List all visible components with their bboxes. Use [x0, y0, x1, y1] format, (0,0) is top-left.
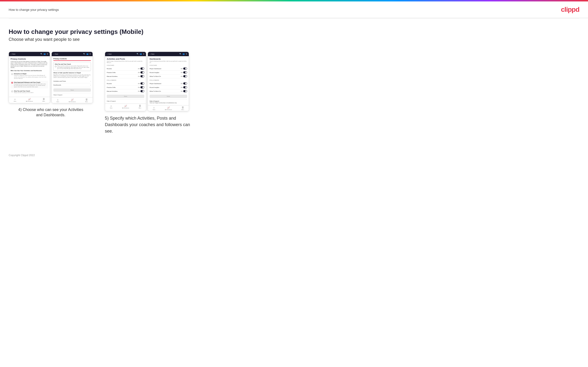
- card-radio[interactable]: [55, 66, 57, 67]
- screen2-tab: Privacy Controls: [53, 58, 91, 61]
- radio-1[interactable]: [11, 73, 13, 75]
- coaches-header-4: COACHES: [150, 65, 187, 66]
- settings-icon[interactable]: ⚙: [47, 53, 48, 55]
- toggle-coaches-manual[interactable]: [140, 75, 144, 77]
- nav-performance-3[interactable]: 📈 My Performance: [122, 105, 129, 108]
- menu-icon-4: ☰: [182, 106, 184, 109]
- search-icon-3[interactable]: 🔍: [137, 53, 139, 55]
- nav-menu-1[interactable]: ☰ Menu: [43, 98, 45, 102]
- chart-icon-3: 📈: [124, 105, 127, 107]
- screen4-nav-icons: 🔍 👥 ⚙: [179, 53, 187, 55]
- screen2-body: Privacy Controls Only You and Your Coach…: [52, 56, 93, 97]
- caption-left: 4) Choose who can see your Activities an…: [15, 107, 87, 118]
- followers-rounds-3: Rounds ON: [107, 82, 144, 85]
- nav-home-2[interactable]: ⌂ Home: [57, 99, 59, 102]
- home-icon-4: ⌂: [153, 106, 155, 109]
- breadcrumb: How to change your privacy settings: [9, 8, 59, 11]
- menu-activities[interactable]: Activities and Posts ›: [53, 80, 91, 83]
- chevron-right-2: ›: [90, 84, 91, 86]
- save-btn-4[interactable]: Save: [150, 95, 187, 98]
- search-icon-4[interactable]: 🔍: [179, 53, 182, 55]
- chart-icon-2: 📈: [71, 99, 74, 101]
- screen4-back[interactable]: ‹ < Back: [150, 53, 154, 55]
- people-icon-4[interactable]: 👥: [182, 53, 185, 55]
- settings-icon-2[interactable]: ⚙: [89, 53, 91, 55]
- help-section-3: Help & Support: [107, 99, 144, 102]
- people-icon-3[interactable]: 👥: [140, 53, 142, 55]
- screen4-body: Dashboards Select the dashboards that yo…: [148, 56, 189, 105]
- screen3-bottom-nav: ⌂ Home 📈 My Performance ☰ Menu: [105, 103, 146, 109]
- toggle-followers-player-dash[interactable]: [183, 82, 187, 84]
- settings-icon-3[interactable]: ⚙: [143, 53, 144, 55]
- toggle-coaches-drills[interactable]: [140, 71, 144, 74]
- header: How to change your privacy settings clip…: [0, 1, 588, 18]
- screenshots-section: ‹ < Back 🔍 👥 ⚙ Privacy Controls Control …: [9, 52, 579, 134]
- coaches-round-insights: Round Insights ON: [150, 71, 187, 75]
- toggle-coaches-round-insights[interactable]: [183, 71, 187, 74]
- toggle-followers-round-insights[interactable]: [183, 86, 187, 88]
- people-icon[interactable]: 👥: [43, 53, 46, 55]
- card-title: Only You and Your Coach: [55, 63, 89, 65]
- nav-performance-1[interactable]: 📈 My Performance: [26, 98, 33, 102]
- screen3-desc: Select the types of activity that you'd …: [107, 60, 144, 63]
- nav-performance-2[interactable]: 📈 My Performance: [69, 99, 76, 102]
- screen2-back[interactable]: ‹ < Back: [53, 53, 58, 55]
- card-desc: Only you and the coaches you connect wit…: [57, 65, 89, 69]
- toggle-followers-what-to-work[interactable]: [183, 90, 187, 92]
- radio-3[interactable]: [11, 91, 13, 92]
- screen2-bottom-nav: ⌂ Home 📈 My Performance ☰ Menu: [52, 97, 93, 103]
- followers-round-insights: Round Insights ON: [150, 85, 187, 89]
- radio-option-3[interactable]: Only You and Your Coach Only you and the…: [11, 90, 48, 94]
- page-title: How to change your privacy settings (Mob…: [9, 28, 579, 35]
- chart-icon: 📈: [28, 98, 31, 100]
- coaches-player-dash: Player Dashboard ON: [150, 67, 187, 71]
- main-content: How to change your privacy settings (Mob…: [0, 18, 588, 149]
- nav-home-3[interactable]: ⌂ Home: [110, 105, 112, 108]
- nav-menu-4[interactable]: ☰ Menu: [182, 106, 184, 110]
- screen1-bottom-nav: ⌂ Home 📈 My Performance ☰ Menu: [9, 97, 50, 103]
- chevron-right-1: ›: [90, 80, 91, 82]
- coaches-rounds-3: Rounds ON: [107, 67, 144, 71]
- screen4-bottom-nav: ⌂ Home 📈 My Performance ☰ Menu: [148, 105, 189, 111]
- toggle-followers-drills[interactable]: [140, 86, 144, 88]
- nav-menu-3[interactable]: ☰ Menu: [139, 105, 141, 108]
- save-btn-2[interactable]: Save: [53, 88, 91, 92]
- screen2-nav-icons: 🔍 👥 ⚙: [83, 53, 91, 55]
- toggle-coaches-player-dash[interactable]: [183, 67, 187, 70]
- left-pair: ‹ < Back 🔍 👥 ⚙ Privacy Controls Control …: [9, 52, 93, 118]
- radio-3-label: Only You and Your Coach: [14, 90, 34, 92]
- screen3-navbar: ‹ < Back 🔍 👥 ⚙: [105, 52, 146, 56]
- toggle-followers-manual[interactable]: [140, 90, 144, 92]
- page-subtitle: Choose what you want people to see: [9, 37, 579, 42]
- screen3-title: Activities and Posts: [107, 58, 144, 60]
- screen4-title: Dashboards: [150, 58, 187, 60]
- nav-home-1[interactable]: ⌂ Home: [14, 98, 16, 102]
- toggle-coaches-what-to-work[interactable]: [183, 75, 187, 77]
- screen3-back[interactable]: ‹ < Back: [107, 53, 112, 55]
- people-icon-2[interactable]: 👥: [86, 53, 88, 55]
- search-icon-2[interactable]: 🔍: [83, 53, 85, 55]
- radio-1-desc: Everyone on Clippd can search for you an…: [14, 75, 46, 79]
- right-pair: ‹ < Back 🔍 👥 ⚙ Activities and Posts Sele…: [105, 52, 191, 134]
- radio-option-2[interactable]: Only Approved Followers and Your Coach O…: [11, 81, 48, 88]
- screen1-back[interactable]: ‹ < Back: [11, 53, 15, 55]
- nav-performance-4[interactable]: 📈 My Performance: [165, 106, 172, 110]
- toggle-followers-rounds[interactable]: [140, 82, 144, 84]
- radio-2[interactable]: [11, 82, 13, 83]
- menu-icon: ☰: [43, 98, 45, 100]
- nav-menu-2[interactable]: ☰ Menu: [85, 99, 88, 102]
- screen4-navbar: ‹ < Back 🔍 👥 ⚙: [148, 52, 189, 56]
- coaches-manual-3: Manual Activities ON: [107, 75, 144, 78]
- screen-3: ‹ < Back 🔍 👥 ⚙ Activities and Posts Sele…: [105, 52, 146, 111]
- radio-option-1[interactable]: Everyone on Clippd Everyone on Clippd ca…: [11, 72, 48, 80]
- menu-dashboards[interactable]: Dashboards ›: [53, 83, 91, 87]
- nav-home-4[interactable]: ⌂ Home: [153, 106, 155, 110]
- toggle-coaches-rounds[interactable]: [140, 67, 144, 70]
- screen2-tab-label: Privacy Controls: [53, 58, 67, 59]
- copyright: Copyright Clippd 2022: [9, 154, 35, 157]
- search-icon[interactable]: 🔍: [40, 53, 43, 55]
- save-btn-3[interactable]: Save: [107, 95, 144, 98]
- settings-icon-4[interactable]: ⚙: [186, 53, 187, 55]
- screen2-navbar: ‹ < Back 🔍 👥 ⚙: [52, 52, 93, 56]
- followers-player-dash: Player Dashboard ON: [150, 82, 187, 85]
